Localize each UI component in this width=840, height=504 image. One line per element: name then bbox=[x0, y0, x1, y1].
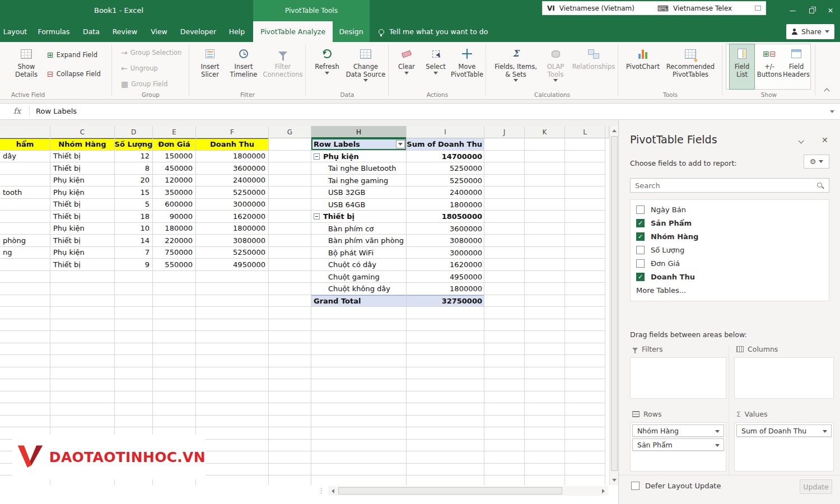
data-table-cell[interactable]: phòng bbox=[0, 235, 50, 247]
tab-formulas[interactable]: Formulas bbox=[31, 21, 76, 42]
show-details-button[interactable]: Show Details bbox=[9, 44, 44, 90]
row-labels-filter-button[interactable] bbox=[396, 140, 405, 148]
filters-area-box[interactable] bbox=[630, 357, 726, 399]
column-header-C[interactable]: C bbox=[50, 126, 115, 138]
pivot-value-cell[interactable]: 1620000 bbox=[407, 259, 484, 271]
data-table-cell[interactable]: Thiết bị bbox=[50, 151, 115, 163]
clear-button[interactable]: Clear bbox=[393, 44, 420, 90]
data-table-header-cell[interactable]: Doanh Thu bbox=[196, 138, 269, 151]
pivot-label-cell[interactable]: USB 32GB bbox=[311, 186, 407, 199]
field-checkbox[interactable] bbox=[636, 246, 645, 254]
data-table-cell[interactable]: 350000 bbox=[153, 186, 196, 199]
minimize-button[interactable] bbox=[783, 0, 802, 21]
insert-timeline-button[interactable]: Insert Timeline bbox=[227, 44, 260, 90]
update-button[interactable]: Update bbox=[800, 479, 832, 494]
data-table-cell[interactable]: 2400000 bbox=[196, 175, 269, 187]
data-table-cell[interactable]: 750000 bbox=[153, 247, 196, 259]
scroll-up-button[interactable] bbox=[610, 126, 619, 135]
select-button[interactable]: Select bbox=[421, 44, 450, 90]
pivot-row-item[interactable]: USB 32GB2400000 bbox=[311, 186, 484, 199]
pivot-value-cell[interactable]: 14700000 bbox=[407, 151, 484, 163]
column-header-K[interactable]: K bbox=[525, 126, 565, 138]
scrollbar-splitter[interactable]: ⋮ bbox=[318, 487, 325, 494]
pivot-label-cell[interactable]: USB 64GB bbox=[311, 199, 407, 211]
data-table-cell[interactable]: 1800000 bbox=[196, 151, 269, 163]
pivot-label-cell[interactable]: Thiết bị bbox=[311, 211, 407, 223]
data-table-cell[interactable]: Thiết bị bbox=[50, 259, 115, 271]
field-item[interactable]: ✓Nhóm Hàng bbox=[631, 230, 829, 243]
close-button[interactable]: ✕ bbox=[821, 0, 840, 21]
data-table-cell[interactable]: 20 bbox=[115, 175, 153, 187]
tell-me-box[interactable]: Tell me what you want to do bbox=[379, 21, 488, 42]
olap-tools-button[interactable]: OLAP Tools bbox=[541, 44, 570, 90]
scroll-left-button[interactable] bbox=[328, 486, 337, 496]
field-item[interactable]: ✓Sản Phẩm bbox=[631, 216, 829, 230]
formula-bar[interactable]: fx Row Labels bbox=[0, 103, 840, 120]
pivot-value-cell[interactable]: 18050000 bbox=[407, 211, 484, 223]
tab-design[interactable]: Design bbox=[333, 21, 370, 42]
pivot-row-item[interactable]: Bộ phát WiFi3000000 bbox=[311, 247, 484, 259]
vertical-scrollbar-thumb[interactable] bbox=[611, 136, 618, 471]
tab-review[interactable]: Review bbox=[106, 21, 143, 42]
field-headers-button[interactable]: Field Headers bbox=[783, 44, 810, 90]
scroll-right-button[interactable] bbox=[599, 486, 608, 496]
pivotchart-button[interactable]: PivotChart bbox=[625, 44, 661, 90]
data-table-header-cell[interactable]: hẩm bbox=[0, 138, 50, 151]
column-header-L[interactable]: L bbox=[565, 126, 605, 138]
column-header-H[interactable]: H bbox=[311, 126, 407, 138]
tools-gear-button[interactable]: ⚙ bbox=[804, 155, 829, 169]
pivot-label-cell[interactable]: Bàn phím cơ bbox=[311, 223, 407, 235]
restore-button[interactable] bbox=[802, 0, 821, 21]
area-pill[interactable]: Sản Phẩm bbox=[632, 438, 724, 451]
vertical-scrollbar[interactable] bbox=[609, 126, 618, 485]
data-table-cell[interactable]: tooth bbox=[0, 186, 50, 199]
collapse-ribbon-button[interactable] bbox=[822, 87, 831, 95]
pivot-value-cell[interactable]: 4950000 bbox=[407, 271, 484, 283]
data-table-cell[interactable]: 12 bbox=[115, 151, 153, 163]
data-table-cell[interactable]: 10 bbox=[115, 223, 153, 235]
pivot-row-item[interactable]: Tai nghe Bluetooth5250000 bbox=[311, 162, 484, 175]
data-table-cell[interactable]: Thiết bị bbox=[50, 199, 115, 211]
data-table-cell[interactable]: 9 bbox=[115, 259, 153, 271]
pivot-label-cell[interactable]: Grand Total bbox=[311, 296, 407, 307]
pivot-row-item[interactable]: USB 64GB1800000 bbox=[311, 199, 484, 211]
field-item[interactable]: Số Lượng bbox=[631, 243, 829, 256]
data-table-cell[interactable]: 5250000 bbox=[196, 186, 269, 199]
field-item[interactable]: ✓Doanh Thu bbox=[631, 270, 829, 283]
data-table-header-cell[interactable]: Nhóm Hàng bbox=[50, 138, 115, 151]
data-table-cell[interactable]: Phụ kiện bbox=[50, 223, 115, 235]
area-pill[interactable]: Nhóm Hàng bbox=[632, 424, 724, 437]
pivot-row-item[interactable]: Chuột không dây1800000 bbox=[311, 283, 484, 295]
data-table-cell[interactable]: 8 bbox=[115, 162, 153, 175]
data-table-cell[interactable]: 15 bbox=[115, 186, 153, 199]
collapse-button[interactable] bbox=[314, 153, 320, 160]
column-header-J[interactable]: J bbox=[484, 126, 525, 138]
horizontal-scrollbar[interactable] bbox=[328, 486, 608, 496]
pivot-label-cell[interactable]: Chuột không dây bbox=[311, 283, 407, 295]
field-checkbox[interactable] bbox=[636, 206, 645, 214]
data-table-cell[interactable]: Phụ kiện bbox=[50, 247, 115, 259]
area-pill[interactable]: Sum of Doanh Thu bbox=[736, 424, 832, 437]
language-code[interactable]: VI bbox=[547, 4, 555, 12]
pivot-label-cell[interactable]: Tai nghe Bluetooth bbox=[311, 162, 407, 175]
data-table-cell[interactable]: Thiết bị bbox=[50, 162, 115, 175]
pivot-row-item[interactable]: Tai nghe gaming5250000 bbox=[311, 175, 484, 187]
pivot-value-cell[interactable]: 2400000 bbox=[407, 186, 484, 199]
pivot-row-group[interactable]: Phụ kiện14700000 bbox=[311, 151, 484, 163]
pivot-value-cell[interactable]: 3600000 bbox=[407, 223, 484, 235]
field-checkbox[interactable]: ✓ bbox=[636, 219, 645, 227]
collapse-button[interactable] bbox=[314, 213, 320, 220]
pivot-value-cell[interactable]: 3080000 bbox=[407, 235, 484, 247]
pivot-label-cell[interactable]: Tai nghe gaming bbox=[311, 175, 407, 187]
pane-chevron-icon[interactable] bbox=[799, 138, 804, 144]
data-table-header-cell[interactable]: Đơn Giá bbox=[153, 138, 196, 151]
column-header-blank[interactable] bbox=[605, 126, 609, 138]
data-table-cell[interactable] bbox=[0, 199, 50, 211]
data-table-cell[interactable]: 90000 bbox=[153, 211, 196, 223]
tab-data[interactable]: Data bbox=[77, 21, 105, 42]
field-checkbox[interactable]: ✓ bbox=[636, 273, 645, 281]
data-table-cell[interactable]: Phụ kiện bbox=[50, 186, 115, 199]
pivot-row-item[interactable]: Chuột gaming4950000 bbox=[311, 271, 484, 283]
expand-formula-bar-icon[interactable] bbox=[830, 110, 834, 113]
data-table-header-cell[interactable]: Số Lượng bbox=[115, 138, 153, 151]
